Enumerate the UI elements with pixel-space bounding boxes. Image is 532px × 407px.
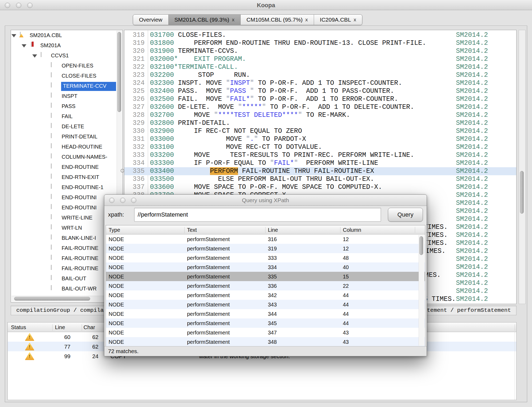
xpath-result-row[interactable]: NODEperformStatement34743	[106, 328, 425, 337]
tab-sm201a[interactable]: SM201A.CBL (99.3%)x	[169, 15, 241, 25]
tab-cm105m[interactable]: CM105M.CBL (95.7%)x	[241, 15, 314, 25]
xpath-result-row[interactable]: NODEperformStatement33515	[106, 272, 425, 281]
code-line-321[interactable]: 321032000* EXIT PROGRAM.SM2014.2	[124, 55, 516, 63]
code-line-323[interactable]: 323032200 STOP RUN.SM2014.2	[124, 71, 516, 79]
sequence-number: 032400	[150, 87, 174, 95]
result-type: NODE	[109, 246, 124, 252]
tree-item-sm201a[interactable]: SM201A	[11, 41, 116, 51]
tree-item-sm201a.cbl[interactable]: SM201A.CBL	[11, 31, 116, 41]
xpath-result-row[interactable]: NODEperformStatement34344	[106, 300, 425, 309]
tab-close-icon[interactable]: x	[305, 17, 308, 23]
code-line-332[interactable]: 332033100 MOVE REC-CT TO DOTVALUE.SM2014…	[124, 143, 516, 151]
tree-item-terminate-ccv[interactable]: TERMINATE-CCV	[11, 81, 116, 91]
tree-item-end-rtn-exit[interactable]: END-RTN-EXIT	[11, 173, 116, 183]
code-line-331[interactable]: 331033000 MOVE "." TO PARDOT-XSM2014.2	[124, 135, 516, 143]
code-line-320[interactable]: 320031900 TERMINATE-CCVS.SM2014.2	[124, 47, 516, 55]
sequence-number: 032100	[150, 63, 174, 71]
tree-item-head-routine[interactable]: HEAD-ROUTINE	[11, 142, 116, 152]
code-line-326[interactable]: 326032500 FAIL. MOVE "FAIL*" TO P-OR-F. …	[124, 95, 516, 103]
xpath-input[interactable]	[134, 208, 381, 222]
line-number: 324	[124, 79, 145, 87]
code-segment: "	[294, 159, 298, 167]
tab-close-icon[interactable]: x	[354, 17, 356, 23]
result-type: NODE	[109, 274, 124, 280]
tree-horizontal-scrollbar[interactable]	[11, 296, 116, 302]
tree-item-inspt[interactable]: INSPT	[11, 91, 116, 102]
code-line-333[interactable]: 333033200 MOVE TEST-RESULTS TO PRINT-REC…	[124, 151, 516, 159]
code-line-336[interactable]: 336033500 ELSE PERFORM BAIL-OUT THRU BAI…	[124, 175, 516, 183]
tree-item-print-detail[interactable]: PRINT-DETAIL	[11, 132, 116, 142]
tree-item-fail-routine[interactable]: FAIL-ROUTINE	[11, 244, 116, 254]
tree-item-label: TERMINATE-CCV	[63, 83, 106, 89]
code-line-325[interactable]: 325032400 PASS. MOVE "PASS " TO P-OR-F. …	[124, 87, 516, 95]
tab-close-icon[interactable]: x	[232, 17, 235, 23]
code-line-329[interactable]: 329032800 PRINT-DETAIL.SM2014.2	[124, 119, 516, 127]
code-text: 032900 IF REC-CT NOT EQUAL TO ZERO	[150, 127, 302, 135]
tree-item-fail-routine[interactable]: FAIL-ROUTINE	[11, 254, 116, 264]
code-line-335[interactable]: 335033400 PERFORM FAIL-ROUTINE THRU FAIL…	[124, 167, 516, 175]
section-icon	[51, 153, 51, 158]
tree-scrollbar-thumb[interactable]	[117, 32, 121, 112]
code-line-330[interactable]: 330032900 IF REC-CT NOT EQUAL TO ZEROSM2…	[124, 127, 516, 135]
section-icon	[51, 72, 51, 77]
result-line: 333	[268, 255, 277, 261]
line-number: 318	[124, 31, 145, 39]
query-button[interactable]: Query	[388, 208, 423, 222]
code-line-334[interactable]: 334033300 IF P-OR-F EQUAL TO "FAIL*" PER…	[124, 159, 516, 167]
tree-item-de-lete[interactable]: DE-LETE	[11, 122, 116, 132]
tree-item-end-routine-1[interactable]: END-ROUTINE-1	[11, 183, 116, 193]
code-line-319[interactable]: 319031800 PERFORM END-ROUTINE THRU END-R…	[124, 39, 516, 47]
code-line-322[interactable]: 322032100*TERMINATE-CALL.SM2014.2	[124, 63, 516, 71]
xpath-result-row[interactable]: NODEperformStatement33440	[106, 262, 425, 272]
tree-item-bail-out[interactable]: BAIL-OUT	[11, 274, 116, 284]
xpath-result-row[interactable]: NODEperformStatement31912	[106, 244, 425, 253]
dialog-close-button[interactable]	[109, 198, 114, 203]
tree-item-wrt-ln[interactable]: WRT-LN	[11, 223, 116, 233]
tree-item-blank-line-i[interactable]: BLANK-LINE-I	[11, 233, 116, 244]
xpath-result-row[interactable]: NODEperformStatement34544	[106, 318, 425, 328]
code-line-337[interactable]: 337033600 MOVE SPACE TO P-OR-F. MOVE SPA…	[124, 183, 516, 191]
disclosure-triangle-icon[interactable]	[11, 34, 16, 37]
tree-item-close-files[interactable]: CLOSE-FILES	[11, 71, 116, 81]
xpath-result-row[interactable]: NODEperformStatement34843	[106, 337, 425, 346]
code-vertical-scrollbar[interactable]	[519, 30, 526, 304]
dialog-zoom-button[interactable]	[131, 198, 136, 203]
xpath-result-row[interactable]: NODEperformStatement34444	[106, 309, 425, 318]
highlighted-token: PERFORM	[210, 167, 238, 175]
tree-item-pass[interactable]: PASS	[11, 102, 116, 112]
code-line-324[interactable]: 324032300 INSPT. MOVE "INSPT" TO P-OR-F.…	[124, 79, 516, 87]
disclosure-triangle-icon[interactable]	[22, 44, 26, 47]
xpath-result-row[interactable]: NODEperformStatement31612	[106, 234, 425, 244]
code-segment: IF REC-CT NOT EQUAL TO ZERO	[174, 127, 302, 135]
tree-item-end-routini[interactable]: END-ROUTINI	[11, 193, 116, 203]
code-line-327[interactable]: 327032600 DE-LETE. MOVE "*****" TO P-OR-…	[124, 103, 516, 111]
tree-item-label: COLUMN-NAMES-	[62, 154, 107, 160]
tab-ic209a[interactable]: IC209A.CBLx	[314, 15, 362, 25]
code-line-328[interactable]: 328032700 MOVE "****TEST DELETED****" TO…	[124, 111, 516, 119]
tree-item-end-routini[interactable]: END-ROUTINI	[11, 203, 116, 213]
dialog-minimize-button[interactable]	[120, 198, 125, 203]
code-segment: IF P-OR-F EQUAL TO	[174, 159, 270, 167]
tree-item-write-line[interactable]: WRITE-LINE	[11, 213, 116, 223]
xpath-result-row[interactable]: NODEperformStatement33622	[106, 281, 425, 290]
disclosure-triangle-icon[interactable]	[32, 54, 37, 58]
tree-scrollbar-thumb-h[interactable]	[14, 297, 90, 301]
code-text: 033000 MOVE "." TO PARDOT-X	[150, 135, 306, 143]
tree-item-column-names-[interactable]: COLUMN-NAMES-	[11, 152, 116, 162]
xpath-result-row[interactable]: NODEperformStatement34244	[106, 290, 425, 300]
section-icon	[51, 103, 51, 108]
xpath-result-row[interactable]: NODEperformStatement33348	[106, 253, 425, 262]
tree-item-fail[interactable]: FAIL	[11, 112, 116, 122]
code-line-318[interactable]: 318031700 CLOSE-FILES.SM2014.2	[124, 31, 516, 39]
results-scrollbar-thumb[interactable]	[419, 236, 423, 255]
tree-item-fail-routine[interactable]: FAIL-ROUTINE	[11, 264, 116, 274]
tree-item-end-routine[interactable]: END-ROUTINE	[11, 162, 116, 173]
code-scrollbar-thumb[interactable]	[520, 171, 524, 214]
result-line: 334	[268, 264, 277, 270]
tree-item-open-files[interactable]: OPEN-FILES	[11, 61, 116, 71]
sequence-area-annotation: SM2014.2	[456, 255, 488, 263]
tree-item-bail-out-wr[interactable]: BAIL-OUT-WR	[11, 284, 116, 294]
tab-overview[interactable]: Overview	[133, 15, 169, 25]
tree-item-ccvs1[interactable]: CCVS1	[11, 51, 116, 61]
results-vertical-scrollbar[interactable]	[419, 235, 424, 346]
